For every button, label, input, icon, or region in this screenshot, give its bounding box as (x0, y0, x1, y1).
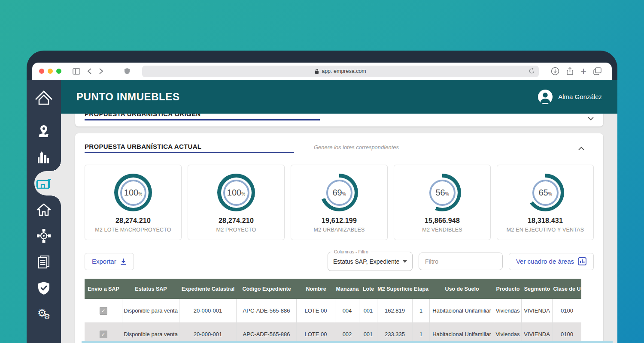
sidebar-nav: ⚙⚙ (27, 114, 61, 327)
app-logo[interactable] (27, 80, 61, 114)
view-areas-button[interactable]: Ver cuadro de áreas (509, 253, 594, 270)
lock-icon (315, 69, 319, 74)
table-row[interactable]: ✓ Disponible para venta 20-000-001 APC-A… (85, 322, 581, 343)
sidebar-item-mapa[interactable] (27, 118, 61, 144)
close-window-button[interactable] (39, 69, 44, 74)
col-etapa[interactable]: Etapa (413, 286, 430, 292)
stat-value: 28,274.210 (219, 217, 254, 225)
sidebar-item-documentos[interactable] (27, 249, 61, 275)
address-bar[interactable]: app. empresa.com (142, 66, 539, 77)
percent-value: 65 (538, 188, 548, 197)
map-marker-icon (37, 125, 51, 138)
sap-checkbox[interactable]: ✓ (100, 307, 107, 315)
stat-value: 18,318.431 (528, 217, 563, 225)
cell-superficie: 162.819 (377, 299, 413, 322)
chevron-up-icon[interactable] (578, 144, 584, 152)
col-producto[interactable]: Producto (494, 286, 522, 292)
progress-ring: 69% (320, 174, 358, 211)
col-expediente[interactable]: Expediente Catastral (179, 286, 237, 292)
col-lote[interactable]: Lote (359, 286, 377, 292)
cell-nombre: LOTE 00 (297, 299, 335, 322)
cell-codigo: APC-ADE-565-886 (237, 322, 297, 343)
cell-manzana: 002 (335, 322, 359, 343)
person-icon (538, 90, 553, 104)
col-nombre[interactable]: Nombre (297, 286, 335, 292)
section-actual-title: PROPUESTA URBANÍSTICA ACTUAL (85, 143, 294, 150)
stat-card-macroproyecto: 100% 28,274.210 M2 LOTE MACROPROYECTO (85, 165, 182, 240)
user-name: Alma González (558, 93, 602, 100)
cell-uso: Habitacional Unifamiliar (430, 299, 494, 322)
cell-etapa: 1 (413, 299, 430, 322)
sidebar: ⚙⚙ (27, 80, 61, 343)
browser-toolbar: app. empresa.com + (32, 63, 612, 80)
cell-etapa: 1 (413, 322, 430, 343)
browser-window: app. empresa.com + (27, 51, 617, 343)
stat-label: M2 LOTE MACROPROYECTO (95, 227, 171, 233)
sidebar-item-infraestructura[interactable] (27, 223, 61, 249)
section-propuesta-origen: PROPUESTA URBANÍSTICA ORIGEN (75, 114, 603, 126)
user-menu[interactable]: Alma González (538, 90, 602, 104)
app-title: PUNTO INMUEBLES (76, 91, 180, 103)
app-header: PUNTO INMUEBLES Alma González (61, 80, 617, 114)
cell-uso: Habitacional Unifamiliar (430, 322, 494, 343)
refresh-icon[interactable] (529, 68, 535, 75)
col-envio-sap[interactable]: Envío a SAP (85, 286, 122, 292)
cell-estatus: Disponible para venta (122, 322, 179, 343)
download-icon (120, 258, 127, 265)
cell-clase: 0100 (553, 322, 581, 343)
downloads-icon[interactable] (551, 67, 559, 75)
col-superficie[interactable]: M2 Superficie (377, 286, 413, 292)
buildings-icon (37, 150, 51, 164)
hub-icon (37, 229, 51, 243)
col-manzana[interactable]: Manzana (335, 286, 359, 292)
tabs-overview-icon[interactable] (593, 67, 601, 75)
section-actual-header: PROPUESTA URBANÍSTICA ACTUAL Genere los … (85, 143, 594, 153)
columns-filter-select[interactable]: Columnas - Filtro Estatus SAP, Expedient… (328, 252, 413, 271)
minimize-window-button[interactable] (48, 69, 53, 74)
columns-filter-value: Estatus SAP, Expediente ... (333, 258, 399, 265)
section-hint: Genere los lotes correspondientes (314, 143, 399, 150)
section-actual-title-block: PROPUESTA URBANÍSTICA ACTUAL (85, 143, 294, 153)
col-codigo[interactable]: Código Expediente (237, 286, 297, 292)
logo-house-icon (33, 88, 55, 105)
new-tab-icon[interactable]: + (580, 65, 586, 77)
shield-check-icon (37, 281, 50, 295)
share-icon[interactable] (566, 67, 574, 75)
back-icon[interactable] (87, 68, 92, 75)
col-uso-suelo[interactable]: Uso de Suelo (430, 286, 494, 292)
stat-value: 28,274.210 (115, 217, 151, 225)
cell-superficie: 233.335 (377, 322, 413, 343)
col-clase[interactable]: Clase de U (553, 286, 581, 292)
sidebar-item-propuesta-urbanistica[interactable] (27, 170, 61, 196)
table-toolbar: Exportar Columnas - Filtro Estat (85, 252, 594, 271)
cell-estatus: Disponible para venta (122, 299, 179, 322)
url-text: app. empresa.com (322, 68, 366, 74)
stat-card-proyecto: 100% 28,274.210 M2 PROYECTO (188, 165, 285, 240)
sidebar-item-configuracion[interactable]: ⚙⚙ (27, 301, 61, 327)
window-controls (39, 69, 61, 74)
percent-sign: % (241, 192, 245, 196)
zoom-window-button[interactable] (56, 69, 61, 74)
stat-label: M2 PROYECTO (216, 227, 256, 233)
sidebar-item-seguridad[interactable] (27, 275, 61, 301)
table-row[interactable]: ✓ Disponible para venta 20-000-001 APC-A… (85, 299, 581, 322)
title-underline (85, 152, 294, 153)
sidebar-toggle-icon[interactable] (73, 68, 80, 75)
bar-chart-icon (578, 257, 586, 265)
filter-input[interactable] (419, 253, 503, 270)
percent-sign: % (138, 192, 142, 196)
cell-lote: 001 (359, 322, 377, 343)
col-segmento[interactable]: Segmento (522, 286, 553, 292)
app-root: ⚙⚙ PUNTO INMUEBLES Alma González (27, 80, 617, 343)
stat-value: 19,612.199 (322, 217, 357, 225)
chevron-down-icon[interactable] (588, 114, 594, 122)
export-button[interactable]: Exportar (85, 253, 134, 270)
stat-label: M2 VENDIBLES (422, 227, 462, 233)
forward-icon[interactable] (99, 68, 103, 75)
horizontal-scrollbar[interactable] (82, 341, 613, 343)
section-propuesta-actual: PROPUESTA URBANÍSTICA ACTUAL Genere los … (75, 133, 603, 343)
privacy-shield-icon[interactable] (124, 68, 130, 75)
sap-checkbox[interactable]: ✓ (100, 331, 107, 338)
stat-card-ejecutivo-ventas: 65% 18,318.431 M2 EN EJECUTIVO Y VENTAS (497, 165, 594, 240)
col-estatus-sap[interactable]: Estatus SAP (122, 286, 179, 292)
